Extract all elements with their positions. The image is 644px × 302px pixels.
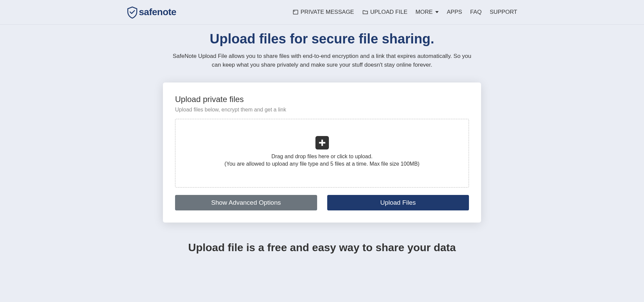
nav-faq[interactable]: FAQ [470,9,482,15]
nav-private-message[interactable]: PRIVATE MESSAGE [293,9,354,15]
shield-icon [127,6,138,18]
nav-label: FAQ [470,9,482,15]
svg-rect-0 [293,10,298,14]
nav-more-dropdown[interactable]: MORE [415,9,439,15]
logo-text: safenote [139,7,176,18]
nav-apps[interactable]: APPS [447,9,462,15]
nav-label: APPS [447,9,462,15]
page-subtitle: SafeNote Upload File allows you to share… [171,52,474,69]
message-icon [293,9,299,15]
logo-link[interactable]: safenote [127,6,176,18]
nav-label: MORE [415,9,433,15]
navbar: safenote PRIVATE MESSAGE [0,0,644,25]
upload-files-button[interactable]: Upload Files [327,195,469,210]
page-title: Upload files for secure file sharing. [127,31,517,46]
nav-support[interactable]: SUPPORT [490,9,517,15]
card-subtitle: Upload files below, encrypt them and get… [175,107,469,113]
card-title: Upload private files [175,95,469,104]
section-title: Upload file is a free and easy way to sh… [127,241,517,254]
svg-rect-3 [319,142,325,144]
show-advanced-button[interactable]: Show Advanced Options [175,195,317,210]
upload-card: Upload private files Upload files below,… [163,82,481,223]
main-content: Upload files for secure file sharing. Sa… [120,25,524,267]
nav-upload-file[interactable]: UPLOAD FILE [362,9,408,15]
nav-links: PRIVATE MESSAGE UPLOAD FILE MORE [293,9,517,15]
caret-down-icon [435,11,439,13]
dropzone-text: Drag and drop files here or click to upl… [182,154,462,160]
plus-icon [315,136,329,149]
dropzone-hint: (You are allowed to upload any file type… [182,161,462,167]
nav-label: PRIVATE MESSAGE [301,9,354,15]
nav-label: UPLOAD FILE [370,9,408,15]
button-row: Show Advanced Options Upload Files [175,195,469,210]
folder-icon [362,9,368,15]
file-dropzone[interactable]: Drag and drop files here or click to upl… [175,119,469,188]
navbar-container: safenote PRIVATE MESSAGE [120,6,524,18]
nav-label: SUPPORT [490,9,517,15]
